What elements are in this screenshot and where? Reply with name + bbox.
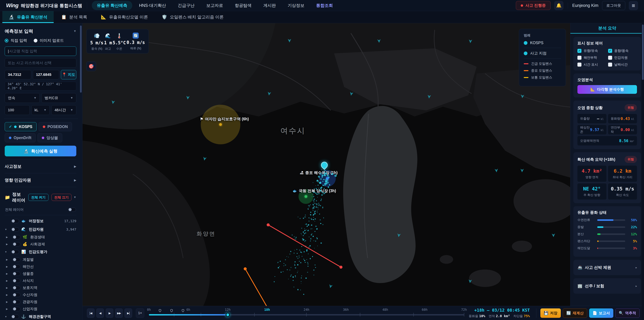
playback-button-1[interactable]: ◀ bbox=[96, 308, 104, 318]
longitude-input[interactable]: 127.6845 bbox=[33, 70, 59, 79]
nav-item-2[interactable]: 긴급구난 bbox=[173, 1, 200, 10]
polygon-analysis-button[interactable]: 📐 다각형 분석수행 bbox=[578, 85, 637, 94]
layer-toggle-해안선[interactable] bbox=[12, 265, 20, 269]
layers-all-on-button[interactable]: 전체 켜기 bbox=[28, 194, 48, 201]
display-option-시간 표시[interactable]: 시간 표시 bbox=[578, 62, 606, 67]
layer-toggle-환경생태[interactable] bbox=[12, 235, 20, 239]
weather-metric-2: 🌡️5.5°C수온 bbox=[113, 33, 126, 51]
latitude-input[interactable]: 34.7312 bbox=[5, 70, 31, 79]
layer-toggle-산업자원[interactable] bbox=[12, 307, 20, 311]
map-canvas[interactable]: ⚑여자만 습지보호구역 (6h)🏖종포 해수욕장 (1h)🐟국동 전복 양식장 … bbox=[82, 23, 570, 320]
logout-button[interactable]: 로그아웃 bbox=[602, 1, 625, 10]
tab-icon-1: 📋 bbox=[61, 15, 66, 20]
oil-type-select[interactable]: 벙커C유▼ bbox=[42, 93, 76, 103]
layer-toggle-관광자원[interactable] bbox=[12, 300, 20, 304]
layer-toggle-서식지[interactable] bbox=[12, 279, 20, 283]
playback-speed-button[interactable]: 1× bbox=[136, 308, 144, 318]
layer-caret-icon[interactable]: ▶ bbox=[6, 258, 10, 261]
notifications-button[interactable]: 🔔 bbox=[554, 1, 563, 10]
layer-caret-icon[interactable]: ▶ bbox=[6, 286, 10, 289]
tab-3[interactable]: 🛡️오일펜스 배치 알고리즘 이론 bbox=[155, 11, 230, 23]
layer-caret-icon[interactable]: ▼ bbox=[5, 315, 9, 318]
display-option-해안부착[interactable]: 해안부착 bbox=[578, 55, 606, 60]
incident-list-select[interactable]: 또는 사고 리스트에서 선택 bbox=[5, 58, 76, 68]
recenter-target-button[interactable]: 🎯 bbox=[86, 61, 96, 71]
timeline-tickmark bbox=[254, 313, 254, 316]
layer-row-수산자원: ▶수산자원 bbox=[5, 291, 76, 298]
bar-value: 58% bbox=[628, 218, 637, 222]
action-button-역추적[interactable]: 🔍역추적 bbox=[615, 308, 640, 318]
action-button-저장[interactable]: 💾저장 bbox=[540, 308, 561, 318]
layer-caret-icon[interactable]: ▶ bbox=[6, 265, 10, 268]
sidebar-section-1[interactable]: 영향 민감자원▶ bbox=[5, 173, 76, 187]
action-button-보고서[interactable]: 📄보고서 bbox=[589, 308, 613, 318]
layer-toggle-계절별[interactable] bbox=[12, 258, 20, 262]
layer-caret-icon[interactable]: ▼ bbox=[5, 250, 9, 253]
tab-1[interactable]: 📋분석 목록 bbox=[55, 11, 94, 23]
incident-name-input[interactable]: |사고명 직접 입력 bbox=[5, 47, 76, 56]
chevron-down-icon[interactable]: ▼ bbox=[74, 30, 76, 33]
layer-icon: 🌿 bbox=[23, 235, 28, 239]
master-layer-toggle[interactable] bbox=[68, 208, 76, 212]
menu-button[interactable]: ≡ bbox=[629, 1, 638, 10]
amount-input[interactable]: 100 bbox=[5, 105, 30, 115]
layer-toggle-민감자원[interactable] bbox=[11, 227, 19, 232]
input-mode-radio-1[interactable]: 이미지 업로드 bbox=[34, 38, 64, 43]
tab-2[interactable]: 📐유출유확산모델 이론 bbox=[94, 11, 154, 23]
playback-button-2[interactable]: ▶ bbox=[106, 308, 113, 318]
model-chip-앙상블[interactable]: 앙상블 bbox=[38, 133, 62, 142]
sidebar-scrollbar[interactable] bbox=[80, 23, 82, 320]
nav-item-7[interactable]: 통합조회 bbox=[311, 1, 338, 10]
display-option-풍향/풍속[interactable]: ✓풍향/풍속 bbox=[608, 49, 637, 53]
layer-caret-icon[interactable]: ▶ bbox=[6, 307, 10, 310]
layer-toggle-수산자원[interactable] bbox=[12, 293, 20, 297]
nav-item-5[interactable]: 게시판 bbox=[258, 1, 281, 10]
unit-select[interactable]: kL▼ bbox=[31, 105, 50, 115]
page-scrollbar[interactable] bbox=[642, 23, 644, 320]
model-chip-KOSPS[interactable]: ✓KOSPS bbox=[5, 122, 36, 131]
layers-all-off-button[interactable]: 전체 끄기 bbox=[52, 194, 72, 201]
display-option-유향/유속[interactable]: ✓유향/유속 bbox=[578, 49, 606, 53]
layer-caret-icon[interactable]: ▼ bbox=[5, 228, 9, 231]
model-chip-OpenDrift[interactable]: OpenDrift bbox=[5, 133, 36, 142]
nav-item-1[interactable]: HNS·대기확산 bbox=[134, 1, 171, 10]
layer-toggle-어장정보[interactable] bbox=[11, 219, 19, 223]
playback-button-3[interactable]: ▶▶ bbox=[115, 308, 123, 318]
layer-toggle-생물종[interactable] bbox=[12, 272, 20, 276]
display-option-날짜시간[interactable]: 날짜시간 bbox=[608, 62, 637, 67]
layer-row-서식지: ▶서식지 bbox=[5, 277, 76, 284]
layer-caret-icon[interactable]: ▶ bbox=[6, 236, 10, 238]
model-chip-POSEIDON[interactable]: POSEIDON bbox=[38, 122, 72, 131]
layer-toggle-민감도평가[interactable] bbox=[11, 250, 19, 254]
layer-toggle-보호지역[interactable] bbox=[12, 286, 20, 290]
layer-toggle-사회경제[interactable] bbox=[12, 242, 20, 246]
layer-caret-icon[interactable]: ▶ bbox=[6, 300, 10, 303]
pick-on-map-button[interactable]: 📍 지도 bbox=[61, 70, 76, 79]
nav-item-0[interactable]: 유출유 확산예측 bbox=[92, 1, 132, 10]
playback-button-4[interactable]: ▶| bbox=[124, 308, 132, 318]
timeline-handle[interactable] bbox=[226, 312, 230, 317]
weather-icon-0: 💨 bbox=[94, 33, 100, 39]
duration-select[interactable]: 48시간▼ bbox=[51, 105, 76, 115]
nav-item-3[interactable]: 보고자료 bbox=[201, 1, 228, 10]
layer-caret-icon[interactable]: ▶ bbox=[6, 272, 10, 275]
layer-caret-icon[interactable]: ▶ bbox=[6, 293, 10, 296]
sidebar-section-0[interactable]: 사고정보▶ bbox=[5, 160, 76, 173]
layer-caret-icon[interactable]: ▶ bbox=[6, 279, 10, 282]
chevron-down-icon[interactable]: ▼ bbox=[74, 196, 76, 199]
nav-item-6[interactable]: 기상정보 bbox=[282, 1, 310, 10]
tab-0[interactable]: 🔬유출유 확산분석 bbox=[2, 11, 54, 23]
playback-button-0[interactable]: |◀ bbox=[87, 308, 94, 318]
display-option-민감자원[interactable]: 민감자원 bbox=[608, 55, 637, 60]
input-mode-radio-0[interactable]: 직접 입력 bbox=[5, 38, 27, 43]
timeline-slider[interactable]: 0h6h12h18h24h36h48h60h72h bbox=[149, 306, 464, 320]
spill-type-select[interactable]: 연속▼ bbox=[5, 93, 40, 103]
nav-item-4[interactable]: 항공탐색 bbox=[230, 1, 256, 10]
vessel-spec-section[interactable]: 🚢사고 선박 제원 ▸ bbox=[574, 260, 641, 275]
layer-toggle-해경관할구역[interactable] bbox=[11, 315, 19, 319]
owner-insurance-section[interactable]: 🏢선주 / 보험 ▸ bbox=[574, 278, 641, 294]
layer-caret-icon[interactable]: ▶ bbox=[6, 243, 10, 245]
action-button-재계산[interactable]: 🔄재계산 bbox=[563, 308, 587, 318]
run-prediction-button[interactable]: 🔬 확산예측 실행 bbox=[5, 146, 76, 156]
layer-row-해안선: ▶해안선 bbox=[5, 263, 76, 270]
